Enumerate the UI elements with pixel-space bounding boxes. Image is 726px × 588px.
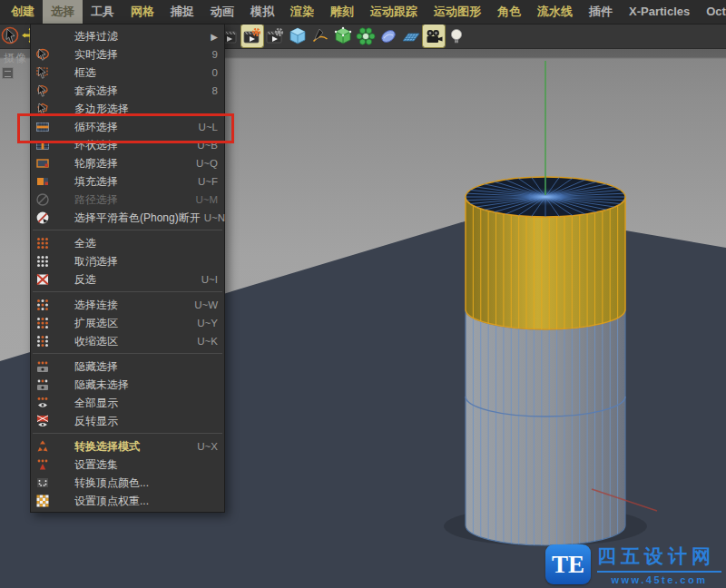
- menu-item-shortcut: 0: [209, 67, 218, 78]
- fill-selection-icon: [34, 174, 50, 189]
- menu-item-label: 套索选择: [74, 83, 118, 99]
- menubar-item-8[interactable]: 渲染: [282, 0, 322, 24]
- pen-spline-icon[interactable]: [309, 24, 331, 47]
- none: [34, 29, 50, 44]
- menubar-item-6[interactable]: 动画: [202, 0, 242, 24]
- show-all-icon: [34, 396, 50, 410]
- menubar-item-15[interactable]: X-Particles: [621, 0, 698, 24]
- menubar-item-16[interactable]: Octane: [698, 0, 726, 24]
- floor-icon[interactable]: [400, 24, 422, 47]
- mograph-icon[interactable]: [355, 24, 377, 47]
- menu-item-label: 填充选择: [74, 174, 118, 190]
- menu-item-label: 路径选择: [74, 192, 118, 208]
- menu-item-18[interactable]: 扩展选区U~Y: [31, 314, 224, 332]
- subdivision-surface-icon[interactable]: [332, 24, 354, 47]
- menu-item-26[interactable]: 转换选择模式U~X: [31, 437, 224, 456]
- menu-separator: [33, 433, 222, 434]
- menu-item-shortcut: U~K: [193, 336, 218, 347]
- menubar-item-2[interactable]: 选择: [43, 0, 83, 24]
- menu-item-15[interactable]: 反选U~I: [31, 270, 224, 289]
- menu-item-label: 反选: [74, 272, 96, 288]
- menu-item-13[interactable]: 全选: [31, 234, 224, 252]
- menubar-item-5[interactable]: 捕捉: [162, 0, 202, 24]
- rectangle-selection-icon: [34, 65, 50, 80]
- phong-break-icon: [34, 211, 50, 225]
- menu-item-4[interactable]: 套索选择8: [31, 82, 224, 100]
- menu-item-2[interactable]: 实时选择9: [31, 45, 224, 64]
- menu-item-22[interactable]: 隐藏未选择: [31, 376, 224, 394]
- menu-item-10[interactable]: 路径选择U~M: [31, 191, 224, 209]
- menu-item-29[interactable]: 设置顶点权重...: [31, 492, 224, 510]
- viewport-menu-icon[interactable]: [2, 67, 14, 79]
- menu-item-11[interactable]: 选择平滑着色(Phong)断开U~N: [31, 209, 224, 227]
- main-menubar: 创建选择工具网格捕捉动画模拟渲染雕刻运动跟踪运动图形角色流水线插件X-Parti…: [0, 0, 726, 24]
- menu-separator: [33, 353, 222, 354]
- menubar-item-12[interactable]: 角色: [489, 0, 529, 24]
- menu-item-label: 隐藏未选择: [74, 377, 129, 393]
- menu-item-8[interactable]: 轮廓选择U~Q: [31, 154, 224, 172]
- menu-item-14[interactable]: 取消选择: [31, 252, 224, 270]
- shrink-selection-icon: [34, 334, 50, 348]
- hide-unselected-icon: [34, 377, 50, 392]
- watermark-site-url: www.45te.com: [597, 574, 721, 585]
- deselect-all-icon: [34, 254, 50, 269]
- menu-item-label: 转换选择模式: [74, 439, 140, 455]
- toolbar-icon-group: [219, 24, 467, 47]
- watermark-site-name: 四五设计网: [597, 544, 721, 569]
- render-settings-icon[interactable]: [264, 24, 286, 47]
- menubar-item-13[interactable]: 流水线: [529, 0, 581, 24]
- menu-item-24[interactable]: 反转显示: [31, 412, 224, 430]
- menu-item-shortcut: U~Q: [192, 158, 218, 169]
- menubar-item-9[interactable]: 雕刻: [322, 0, 362, 24]
- set-selection-icon: [34, 457, 50, 472]
- menubar-item-3[interactable]: 工具: [83, 0, 123, 24]
- menu-item-21[interactable]: 隐藏选择: [31, 358, 224, 376]
- menu-item-28[interactable]: 转换顶点颜色...: [31, 474, 224, 492]
- select-dropdown-menu: 选择过滤▶实时选择9框选0套索选择8多边形选择循环选择U~L环状选择U~B轮廓选…: [30, 24, 225, 513]
- menubar-item-10[interactable]: 运动跟踪: [362, 0, 426, 24]
- menu-item-19[interactable]: 收缩选区U~K: [31, 332, 224, 350]
- menu-item-3[interactable]: 框选0: [31, 64, 224, 82]
- convert-selection-mode-icon: [34, 439, 50, 454]
- menu-item-label: 转换顶点颜色...: [74, 475, 149, 491]
- menu-item-label: 收缩选区: [74, 334, 118, 349]
- menu-item-label: 全选: [74, 236, 96, 251]
- menu-item-shortcut: U~Y: [193, 318, 218, 328]
- select-all-icon: [34, 236, 50, 250]
- menubar-item-1[interactable]: 创建: [3, 0, 43, 24]
- highlight-annotation-rectangle: [17, 113, 234, 143]
- path-selection-icon: [34, 192, 50, 207]
- menu-item-label: 设置顶点权重...: [74, 494, 149, 509]
- simulate-icon[interactable]: [378, 24, 399, 47]
- menubar-item-14[interactable]: 插件: [581, 0, 621, 24]
- menu-item-label: 全部显示: [74, 396, 118, 411]
- hide-selected-icon: [34, 359, 50, 374]
- site-watermark: TE 四五设计网 www.45te.com: [545, 544, 721, 585]
- menu-item-1[interactable]: 选择过滤▶: [31, 27, 224, 45]
- live-selection-icon: [34, 47, 50, 62]
- menu-item-label: 取消选择: [74, 254, 118, 270]
- viewport-camera-label[interactable]: 摄像: [4, 51, 27, 66]
- submenu-arrow-icon: ▶: [211, 32, 218, 42]
- menu-item-shortcut: U~F: [194, 176, 218, 187]
- light-icon[interactable]: [446, 24, 467, 47]
- menu-item-label: 选择过滤: [74, 29, 118, 44]
- menu-item-27[interactable]: 设置选集: [31, 456, 224, 474]
- menu-item-23[interactable]: 全部显示: [31, 394, 224, 412]
- vertex-weight-icon: [34, 494, 50, 508]
- menu-item-label: 选择连接: [74, 298, 118, 313]
- menubar-item-7[interactable]: 模拟: [242, 0, 282, 24]
- render-picture-viewer-icon[interactable]: [241, 24, 263, 47]
- menu-item-label: 轮廓选择: [74, 156, 118, 172]
- menubar-item-11[interactable]: 运动图形: [426, 0, 489, 24]
- camera-icon[interactable]: [423, 24, 445, 47]
- live-selection-tool-icon[interactable]: [1, 24, 21, 46]
- menu-item-shortcut: U~N: [201, 212, 225, 223]
- menu-item-17[interactable]: 选择连接U~W: [31, 296, 224, 314]
- menubar-item-4[interactable]: 网格: [123, 0, 162, 24]
- lasso-selection-icon: [34, 83, 50, 98]
- menu-item-shortcut: U~W: [191, 299, 218, 310]
- cube-primitive-icon[interactable]: [287, 24, 309, 47]
- menu-item-9[interactable]: 填充选择U~F: [31, 172, 224, 191]
- cylinder-unselected-band[interactable]: [466, 309, 625, 545]
